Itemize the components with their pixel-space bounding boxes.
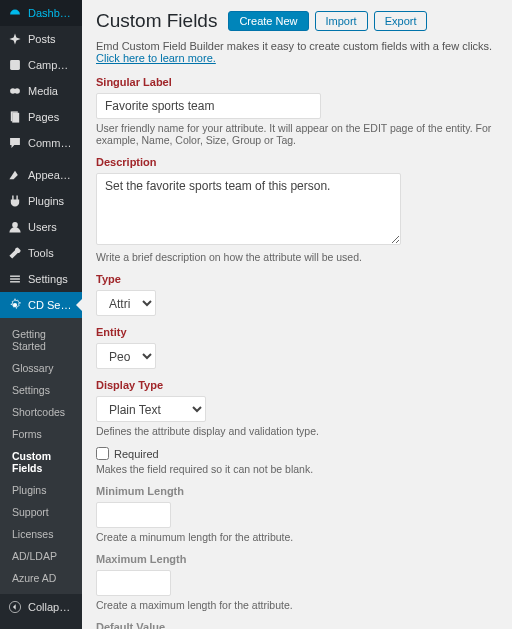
nav-plugins-label: Plugins xyxy=(28,195,64,207)
svg-rect-0 xyxy=(10,60,20,70)
nav-cd-settings-label: CD Settings xyxy=(28,299,74,311)
tools-icon xyxy=(8,246,22,260)
required-checkbox[interactable] xyxy=(96,447,109,460)
required-helper: Makes the field required so it can not b… xyxy=(96,463,498,475)
submenu-custom-fields[interactable]: Custom Fields xyxy=(0,445,82,479)
required-label: Required xyxy=(114,448,159,460)
svg-rect-9 xyxy=(10,281,20,282)
display-type-label: Display Type xyxy=(96,379,498,391)
gear-icon xyxy=(8,298,22,312)
appearance-icon xyxy=(8,168,22,182)
pages-icon xyxy=(8,110,22,124)
svg-rect-7 xyxy=(10,276,20,277)
cd-settings-submenu: Getting Started Glossary Settings Shortc… xyxy=(0,318,82,594)
singular-helper: User friendly name for your attribute. I… xyxy=(96,122,498,146)
nav-posts[interactable]: Posts xyxy=(0,26,82,52)
nav-campus-directory-label: Campus Directory xyxy=(28,59,74,71)
type-label: Type xyxy=(96,273,498,285)
nav-plugins[interactable]: Plugins xyxy=(0,188,82,214)
submenu-support[interactable]: Support xyxy=(0,501,82,523)
settings-icon xyxy=(8,272,22,286)
nav-comments-label: Comments xyxy=(28,137,74,149)
nav-comments[interactable]: Comments xyxy=(0,130,82,156)
page-title: Custom Fields xyxy=(96,10,217,32)
display-type-helper: Defines the attribute display and valida… xyxy=(96,425,498,437)
submenu-glossary[interactable]: Glossary xyxy=(0,357,82,379)
default-value-label: Default Value xyxy=(96,621,498,629)
entity-select[interactable]: People xyxy=(96,343,156,369)
plugins-icon xyxy=(8,194,22,208)
display-type-select[interactable]: Plain Text xyxy=(96,396,206,422)
max-length-label: Maximum Length xyxy=(96,553,498,565)
learn-more-link[interactable]: Click here to learn more. xyxy=(96,52,216,64)
active-arrow-icon xyxy=(76,299,82,311)
min-length-helper: Create a minumum length for the attribut… xyxy=(96,531,498,543)
nav-pages-label: Pages xyxy=(28,111,59,123)
description-label: Description xyxy=(96,156,498,168)
users-icon xyxy=(8,220,22,234)
singular-input[interactable] xyxy=(96,93,321,119)
nav-settings-label: Settings xyxy=(28,273,68,285)
submenu-licenses[interactable]: Licenses xyxy=(0,523,82,545)
svg-rect-8 xyxy=(10,278,20,279)
nav-pages[interactable]: Pages xyxy=(0,104,82,130)
nav-posts-label: Posts xyxy=(28,33,56,45)
pin-icon xyxy=(8,32,22,46)
media-icon xyxy=(8,84,22,98)
nav-media[interactable]: Media xyxy=(0,78,82,104)
nav-campus-directory[interactable]: Campus Directory xyxy=(0,52,82,78)
max-length-input[interactable] xyxy=(96,570,171,596)
submenu-getting-started[interactable]: Getting Started xyxy=(0,323,82,357)
svg-point-2 xyxy=(14,88,20,94)
submenu-azure-ad[interactable]: Azure AD xyxy=(0,567,82,589)
min-length-input[interactable] xyxy=(96,502,171,528)
collapse-menu[interactable]: Collapse menu xyxy=(0,594,82,620)
svg-rect-5 xyxy=(12,113,19,123)
max-length-helper: Create a maximum length for the attribut… xyxy=(96,599,498,611)
export-button[interactable]: Export xyxy=(374,11,428,31)
description-helper: Write a brief description on how the att… xyxy=(96,251,498,263)
nav-users[interactable]: Users xyxy=(0,214,82,240)
min-length-label: Minimum Length xyxy=(96,485,498,497)
nav-users-label: Users xyxy=(28,221,57,233)
directory-icon xyxy=(8,58,22,72)
nav-tools[interactable]: Tools xyxy=(0,240,82,266)
submenu-adldap[interactable]: AD/LDAP xyxy=(0,545,82,567)
nav-dashboard-label: Dashboard xyxy=(28,7,74,19)
entity-label: Entity xyxy=(96,326,498,338)
nav-cd-settings[interactable]: CD Settings xyxy=(0,292,82,318)
collapse-menu-label: Collapse menu xyxy=(28,601,74,613)
nav-settings[interactable]: Settings xyxy=(0,266,82,292)
create-new-button[interactable]: Create New xyxy=(228,11,308,31)
svg-point-6 xyxy=(12,222,18,228)
submenu-forms[interactable]: Forms xyxy=(0,423,82,445)
nav-dashboard[interactable]: Dashboard xyxy=(0,0,82,26)
type-select[interactable]: Attribute xyxy=(96,290,156,316)
submenu-settings[interactable]: Settings xyxy=(0,379,82,401)
collapse-icon xyxy=(8,600,22,614)
nav-tools-label: Tools xyxy=(28,247,54,259)
import-button[interactable]: Import xyxy=(315,11,368,31)
dashboard-icon xyxy=(8,6,22,20)
nav-appearance-label: Appearance xyxy=(28,169,74,181)
submenu-plugins[interactable]: Plugins xyxy=(0,479,82,501)
intro-text: Emd Custom Field Builder makes it easy t… xyxy=(96,40,498,64)
comments-icon xyxy=(8,136,22,150)
submenu-shortcodes[interactable]: Shortcodes xyxy=(0,401,82,423)
nav-media-label: Media xyxy=(28,85,58,97)
nav-appearance[interactable]: Appearance xyxy=(0,162,82,188)
description-textarea[interactable]: Set the favorite sports team of this per… xyxy=(96,173,401,245)
singular-label: Singular Label xyxy=(96,76,498,88)
